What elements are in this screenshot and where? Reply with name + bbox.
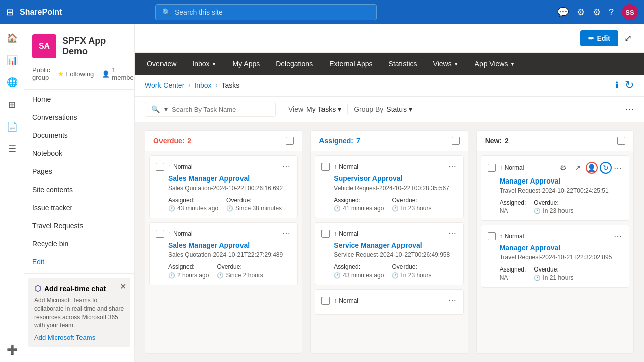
- nav-site-contents[interactable]: Site contents: [24, 180, 134, 199]
- card-action-icon-settings[interactable]: ⚙: [557, 162, 570, 174]
- card-more-button[interactable]: ⋯: [614, 163, 623, 173]
- col-check-new[interactable]: [617, 137, 625, 145]
- sidebar-list-icon[interactable]: ☰: [2, 139, 22, 159]
- nav-issue-tracker[interactable]: Issue tracker: [24, 199, 134, 217]
- clock-icon: 🕐: [534, 275, 541, 281]
- card-title[interactable]: Manager Approval: [488, 177, 623, 185]
- card-checkbox[interactable]: [156, 230, 164, 238]
- close-teams-panel-button[interactable]: ✕: [120, 282, 126, 291]
- sec-nav-myapps[interactable]: My Apps: [225, 53, 268, 75]
- card-title[interactable]: Service Manager Approval: [321, 241, 457, 249]
- apps-icon[interactable]: ⚙: [577, 7, 585, 18]
- user-avatar[interactable]: SS: [622, 4, 638, 20]
- settings-icon[interactable]: ⚙: [593, 7, 601, 18]
- info-icon[interactable]: ℹ: [615, 80, 619, 91]
- groupby-label: Group By: [354, 105, 383, 113]
- star-icon: ★: [58, 70, 64, 78]
- card-title[interactable]: Supervisor Approval: [321, 174, 457, 183]
- sec-nav-statistics[interactable]: Statistics: [381, 53, 425, 75]
- breadcrumb-inbox[interactable]: Inbox: [194, 81, 211, 89]
- sec-nav-app-views[interactable]: App Views ▼: [467, 53, 523, 75]
- nav-conversations[interactable]: Conversations: [24, 108, 134, 126]
- card-title[interactable]: Sales Manager Approval: [156, 241, 291, 249]
- kanban-col-assigned: Assigned: 7 ↑ Normal ⋯ Supervisor Approv…: [310, 130, 468, 354]
- breadcrumb-work-center[interactable]: Work Center: [145, 81, 184, 89]
- sidebar-add-icon[interactable]: ➕: [2, 340, 22, 360]
- card-checkbox[interactable]: [488, 164, 496, 172]
- views-dropdown-icon: ▼: [454, 61, 459, 67]
- meta-assigned: Assigned: 🕐 41 minutes ago: [334, 197, 384, 212]
- card-checkbox[interactable]: [321, 297, 330, 305]
- site-nav: SA SPFX App Demo Public group ★ Followin…: [24, 24, 135, 362]
- col-check-overdue[interactable]: [286, 137, 294, 145]
- card-title[interactable]: Sales Manager Approval: [156, 174, 291, 183]
- nav-documents[interactable]: Documents: [24, 126, 134, 144]
- sec-nav-delegations[interactable]: Delegations: [268, 53, 321, 75]
- sidebar-activity-icon[interactable]: 📊: [2, 50, 22, 70]
- sec-nav-views[interactable]: Views ▼: [425, 53, 467, 75]
- sidebar-globe-icon[interactable]: 🌐: [2, 72, 22, 93]
- groupby-dropdown[interactable]: Status ▾: [386, 105, 412, 113]
- view-dropdown[interactable]: My Tasks ▾: [306, 105, 341, 113]
- sidebar-grid-icon[interactable]: ⊞: [2, 95, 22, 115]
- view-dropdown-icon: ▾: [338, 105, 341, 113]
- card-action-icon-refresh[interactable]: ↻: [600, 162, 612, 174]
- add-teams-link[interactable]: Add Microsoft Teams: [34, 334, 124, 341]
- card-more-button[interactable]: ⋯: [448, 296, 457, 305]
- card-checkbox[interactable]: [488, 232, 496, 240]
- priority-arrow-icon: ↑: [334, 230, 337, 237]
- sec-nav-inbox[interactable]: Inbox ▼: [184, 53, 224, 75]
- card-checkbox[interactable]: [321, 163, 330, 171]
- add-teams-title: ⬡ Add real-time chat: [34, 284, 124, 293]
- kanban-col-new: New: 2 ↑ Normal ⚙ ↗ 👤: [476, 130, 634, 354]
- sidebar-home-icon[interactable]: 🏠: [2, 28, 22, 48]
- filter-chevron[interactable]: ▾: [164, 105, 168, 113]
- card-title[interactable]: Manager Approval: [488, 244, 623, 252]
- nav-notebook[interactable]: Notebook: [24, 144, 134, 162]
- chat-icon[interactable]: 💬: [557, 7, 569, 18]
- col-check-assigned[interactable]: [452, 137, 460, 145]
- card-action-icon-user[interactable]: 👤: [586, 162, 598, 174]
- edit-button[interactable]: ✏ Edit: [580, 30, 618, 46]
- search-input[interactable]: [175, 8, 370, 16]
- meta-assigned: Assigned: 🕐 43 minutes ago: [168, 197, 218, 212]
- expand-icon[interactable]: ⤢: [624, 33, 632, 44]
- nav-home[interactable]: Home: [24, 90, 134, 108]
- card-more-button[interactable]: ⋯: [448, 229, 457, 238]
- sidebar-doc-icon[interactable]: 📄: [2, 117, 22, 137]
- card-more-button[interactable]: ⋯: [614, 231, 623, 241]
- priority-arrow-icon: ↑: [168, 230, 171, 237]
- meta-overdue: Overdue: 🕐 In 21 hours: [534, 266, 573, 281]
- card-action-icon-export[interactable]: ↗: [572, 162, 584, 174]
- help-icon[interactable]: ?: [609, 7, 614, 18]
- card-subtitle: Sales Quotation-2024-10-22T00:26:16:692: [156, 185, 291, 192]
- sec-nav-external-apps[interactable]: External Apps: [321, 53, 380, 75]
- card-more-button[interactable]: ⋯: [448, 162, 457, 171]
- refresh-icon[interactable]: ↻: [625, 79, 634, 92]
- sec-nav-overview[interactable]: Overview: [139, 53, 184, 75]
- nav-travel-requests[interactable]: Travel Requests: [24, 217, 134, 235]
- nav-edit[interactable]: Edit: [24, 253, 134, 271]
- nav-pages[interactable]: Pages: [24, 162, 134, 180]
- clock-icon: 🕐: [334, 205, 341, 212]
- priority-label: Normal: [505, 233, 524, 240]
- members-label: 👤 1 member: [102, 66, 135, 81]
- card-checkbox[interactable]: [156, 163, 164, 171]
- card-more-button[interactable]: ⋯: [282, 229, 291, 238]
- inbox-dropdown-icon: ▼: [212, 61, 217, 67]
- main-content: ✏ Edit ⤢ Overview Inbox ▼ My Apps Delega…: [135, 24, 644, 362]
- card-header: ↑ Normal ⚙ ↗ 👤 ↻ ⋯: [488, 162, 623, 174]
- priority-arrow-icon: ↑: [500, 164, 503, 171]
- nav-recycle-bin[interactable]: Recycle bin: [24, 235, 134, 253]
- grid-icon[interactable]: ⊞: [6, 7, 14, 18]
- card-header: ↑ Normal ⋯: [321, 296, 457, 305]
- priority-label: Normal: [173, 230, 193, 237]
- toolbar-more-button[interactable]: ⋯: [625, 104, 634, 115]
- card-more-button[interactable]: ⋯: [282, 162, 291, 171]
- task-search-bar: 🔍 ▾: [145, 102, 276, 117]
- task-search-input[interactable]: [172, 106, 269, 113]
- toolbar-divider-2: [347, 104, 348, 114]
- task-card: ↑ Normal ⚙ ↗ 👤 ↻ ⋯ Manager Approval Trav…: [481, 155, 629, 221]
- card-subtitle: Sales Quotation-2024-10-21T22:27:29:489: [156, 251, 291, 258]
- card-checkbox[interactable]: [321, 230, 330, 238]
